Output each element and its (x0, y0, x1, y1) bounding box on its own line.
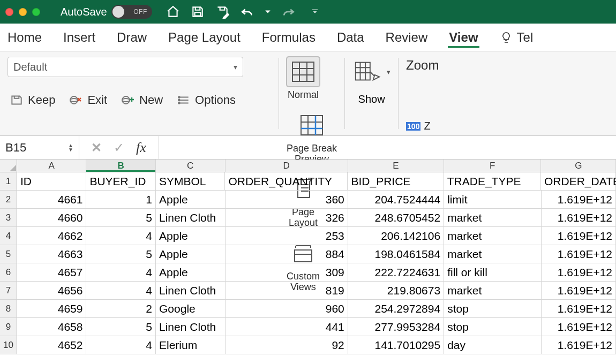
redo-icon[interactable] (282, 5, 296, 19)
tab-page-layout[interactable]: Page Layout (167, 27, 242, 48)
row-header[interactable]: 10 (0, 336, 17, 354)
cell[interactable]: 92 (226, 336, 348, 354)
tab-review[interactable]: Review (385, 27, 429, 48)
cell[interactable]: 4 (86, 263, 156, 282)
cell[interactable]: 360 (226, 191, 348, 209)
normal-view-button[interactable]: Normal (287, 57, 320, 101)
cell[interactable]: 441 (226, 318, 348, 336)
tab-draw[interactable]: Draw (116, 27, 148, 48)
cell[interactable]: 4656 (17, 282, 87, 300)
col-header-A[interactable]: A (17, 160, 87, 172)
select-all-corner[interactable] (0, 160, 17, 172)
exit-button[interactable]: Exit (69, 93, 107, 107)
row-header[interactable]: 2 (0, 191, 17, 209)
cell[interactable]: 204.7524444 (348, 191, 444, 209)
cell[interactable]: 960 (226, 300, 348, 318)
close-window-button[interactable] (5, 8, 13, 16)
cell[interactable]: stop (444, 300, 541, 318)
cell[interactable]: 1.619E+12 (542, 209, 617, 227)
cell[interactable]: ORDER_QUANTITY (225, 172, 348, 191)
row-header[interactable]: 9 (0, 318, 17, 336)
row-header[interactable]: 5 (0, 245, 17, 263)
cell[interactable]: Apple (156, 227, 226, 245)
cell[interactable]: 819 (226, 282, 348, 300)
accept-formula-icon[interactable]: ✓ (114, 140, 124, 155)
zoom-button[interactable]: Zoom (406, 58, 439, 73)
cell[interactable]: 4659 (17, 300, 87, 318)
cell[interactable]: 5 (86, 318, 156, 336)
tab-data[interactable]: Data (336, 27, 365, 48)
cell[interactable]: 326 (226, 209, 348, 227)
save-edit-icon[interactable] (215, 5, 229, 19)
cell[interactable]: Linen Cloth (156, 209, 226, 227)
cell[interactable]: 1.619E+12 (542, 300, 617, 318)
cell[interactable]: 1 (86, 191, 156, 209)
cell[interactable]: Elerium (156, 336, 226, 354)
autosave-toggle[interactable]: OFF (111, 5, 152, 19)
show-button[interactable]: ▾ (352, 59, 390, 85)
cell[interactable]: 4657 (17, 263, 87, 282)
col-header-F[interactable]: F (444, 160, 541, 172)
options-button[interactable]: Options (177, 93, 236, 107)
cell[interactable]: 141.7010295 (348, 336, 444, 354)
cell[interactable]: 1.619E+12 (542, 318, 617, 336)
col-header-D[interactable]: D (226, 160, 348, 172)
cell[interactable]: 206.142106 (348, 227, 444, 245)
cell[interactable]: 219.80673 (348, 282, 444, 300)
cell[interactable]: 1.619E+12 (542, 282, 617, 300)
col-header-E[interactable]: E (348, 160, 444, 172)
cell[interactable]: 4 (86, 336, 156, 354)
cell[interactable]: 1.619E+12 (542, 227, 617, 245)
formula-editor[interactable] (158, 136, 616, 159)
cell[interactable]: 4658 (17, 318, 87, 336)
name-box[interactable]: B15 ▲▼ (0, 136, 79, 159)
cell[interactable]: fill or kill (444, 263, 541, 282)
cell[interactable]: ORDER_DATE (541, 172, 616, 191)
cancel-formula-icon[interactable]: ✕ (91, 140, 102, 155)
cell[interactable]: Apple (156, 263, 226, 282)
fx-icon[interactable]: fx (136, 140, 146, 156)
cell[interactable]: 253 (226, 227, 348, 245)
cell[interactable]: 4660 (17, 209, 87, 227)
cell[interactable]: 884 (226, 245, 348, 263)
row-header[interactable]: 8 (0, 300, 17, 318)
cell[interactable]: Apple (156, 191, 226, 209)
cell[interactable]: market (444, 209, 541, 227)
cell[interactable]: Linen Cloth (156, 282, 226, 300)
cell[interactable]: 5 (86, 245, 156, 263)
sheet-view-dropdown[interactable]: Default ▾ (7, 57, 243, 77)
cell[interactable]: 254.2972894 (348, 300, 444, 318)
tab-view[interactable]: View (448, 27, 479, 48)
cell[interactable]: 4663 (17, 245, 87, 263)
home-icon[interactable] (166, 5, 180, 19)
cell[interactable]: Google (156, 300, 226, 318)
tab-insert[interactable]: Insert (62, 27, 96, 48)
cell[interactable]: Linen Cloth (156, 318, 226, 336)
cell[interactable]: 277.9953284 (348, 318, 444, 336)
cell[interactable]: 1.619E+12 (542, 263, 617, 282)
name-box-stepper[interactable]: ▲▼ (68, 143, 73, 152)
cell[interactable]: BUYER_ID (86, 172, 156, 191)
cell[interactable]: 222.7224631 (348, 263, 444, 282)
cell[interactable]: limit (444, 191, 541, 209)
cell[interactable]: ID (17, 172, 87, 191)
cell[interactable]: 1.619E+12 (542, 336, 617, 354)
cell[interactable]: 1.619E+12 (542, 191, 617, 209)
cell[interactable]: day (444, 336, 541, 354)
cell[interactable]: Apple (156, 245, 226, 263)
cell[interactable]: market (444, 245, 541, 263)
cell[interactable]: 4 (86, 227, 156, 245)
tab-home[interactable]: Home (6, 27, 43, 48)
cell[interactable]: market (444, 282, 541, 300)
row-header[interactable]: 6 (0, 263, 17, 282)
cell[interactable]: BID_PRICE (348, 172, 444, 191)
qat-customize-icon[interactable] (312, 9, 318, 15)
cell[interactable]: 4 (86, 282, 156, 300)
zoom-window-button[interactable] (32, 8, 40, 16)
cell[interactable]: TRADE_TYPE (444, 172, 541, 191)
col-header-G[interactable]: G (541, 160, 616, 172)
new-button[interactable]: New (121, 93, 163, 107)
row-header[interactable]: 3 (0, 209, 17, 227)
undo-dropdown-icon[interactable] (265, 9, 271, 15)
cell[interactable]: 2 (86, 300, 156, 318)
